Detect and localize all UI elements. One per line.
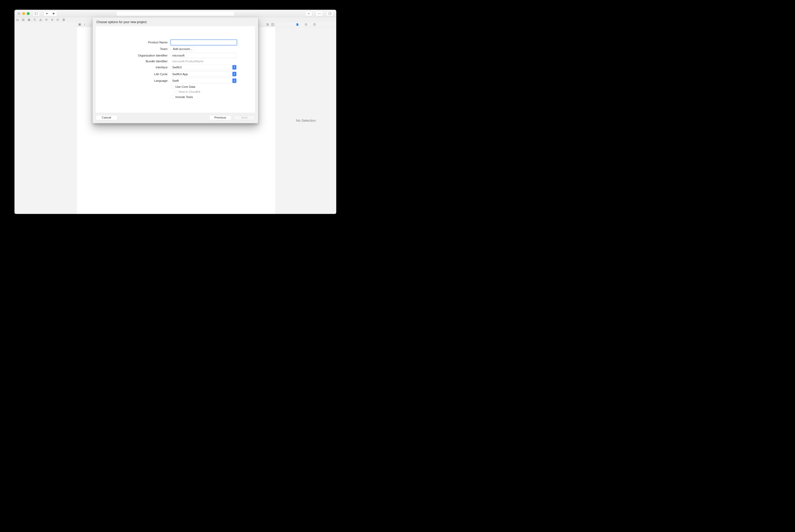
svg-rect-27 xyxy=(80,25,81,25)
sheet-title: Choose options for your new project: xyxy=(93,17,258,26)
org-id-input[interactable] xyxy=(171,53,236,58)
traffic-close[interactable] xyxy=(18,12,20,15)
cancel-button[interactable]: Cancel xyxy=(95,115,117,120)
breakpoint-navigator-icon[interactable] xyxy=(57,18,59,21)
product-name-label: Product Name: xyxy=(148,41,168,44)
left-pane xyxy=(15,22,77,214)
language-label: Language: xyxy=(154,79,168,82)
code-review-button-group xyxy=(316,11,323,16)
form: Product Name: Team: Add account... Organ… xyxy=(114,40,236,99)
bundle-id-label: Bundle Identifier: xyxy=(146,60,168,63)
team-label: Team: xyxy=(160,47,168,51)
file-doc-icon[interactable] xyxy=(296,23,299,26)
svg-line-16 xyxy=(35,20,36,21)
toggle-right-sidebar-button[interactable] xyxy=(326,11,333,16)
right-sidebar-toggle-group xyxy=(326,11,333,16)
bundle-id-value: microsoft.ProductName xyxy=(171,60,204,63)
svg-rect-26 xyxy=(79,25,80,25)
svg-rect-0 xyxy=(35,12,38,15)
life-cycle-select[interactable]: SwiftUI App xyxy=(171,72,236,76)
svg-rect-25 xyxy=(80,24,81,24)
org-id-label: Organization Identifier: xyxy=(138,54,168,57)
life-cycle-select-value: SwiftUI App xyxy=(172,72,188,76)
project-navigator-icon[interactable] xyxy=(16,18,19,21)
adjust-editor-options-icon[interactable] xyxy=(266,23,269,26)
library-button[interactable] xyxy=(305,11,312,16)
code-review-button[interactable] xyxy=(316,11,323,16)
sheet-body: Product Name: Team: Add account... Organ… xyxy=(95,26,255,113)
use-core-data-row[interactable]: Use Core Data xyxy=(171,85,236,89)
toggle-left-sidebar-button[interactable] xyxy=(33,11,39,16)
select-stepper-icon xyxy=(232,72,236,76)
forward-icon[interactable] xyxy=(88,23,91,26)
svg-rect-11 xyxy=(28,19,30,20)
traffic-lights xyxy=(18,12,30,15)
traffic-zoom[interactable] xyxy=(27,12,30,15)
history-icon[interactable] xyxy=(304,23,307,26)
report-navigator-icon[interactable] xyxy=(62,18,65,21)
host-cloudkit-row: Host in CloudKit xyxy=(174,90,236,94)
svg-rect-3 xyxy=(53,13,54,14)
product-name-input[interactable] xyxy=(171,40,236,45)
svg-rect-13 xyxy=(29,20,30,21)
sheet-footer: Cancel Previous Next xyxy=(93,113,258,120)
jump-bar-right xyxy=(266,23,274,26)
previous-button[interactable]: Previous xyxy=(209,115,231,120)
add-editor-icon[interactable] xyxy=(271,23,274,26)
use-core-data-checkbox[interactable] xyxy=(171,85,174,88)
debug-navigator-icon[interactable] xyxy=(51,18,54,21)
sidebar-toggle-group xyxy=(33,11,40,16)
library-button-group xyxy=(305,11,312,16)
next-button: Next xyxy=(233,115,255,120)
run-stop-group xyxy=(44,11,57,16)
life-cycle-label: Life Cycle: xyxy=(154,72,168,76)
titlebar xyxy=(15,10,336,17)
svg-rect-12 xyxy=(28,20,29,21)
source-control-navigator-icon[interactable] xyxy=(22,18,25,21)
run-button[interactable] xyxy=(44,11,51,16)
include-tests-checkbox[interactable] xyxy=(171,95,174,99)
new-project-sheet: Choose options for your new project: Pro… xyxy=(93,17,258,123)
host-cloudkit-checkbox xyxy=(174,90,177,93)
use-core-data-label: Use Core Data xyxy=(175,85,195,89)
xcode-window: No Selection xyxy=(15,10,336,214)
host-cloudkit-label: Host in CloudKit xyxy=(178,90,200,94)
traffic-minimize[interactable] xyxy=(22,12,25,15)
symbol-navigator-icon[interactable] xyxy=(27,18,31,21)
include-tests-label: Include Tests xyxy=(175,95,193,99)
language-select-value: Swift xyxy=(172,79,179,82)
issue-navigator-icon[interactable] xyxy=(39,18,42,21)
svg-rect-6 xyxy=(328,12,331,15)
test-navigator-icon[interactable] xyxy=(45,18,48,21)
activity-viewer[interactable] xyxy=(116,11,234,16)
select-stepper-icon xyxy=(232,65,236,70)
screenshot-stage: No Selection xyxy=(0,0,350,234)
interface-select-value: SwiftUI xyxy=(172,65,182,69)
right-pane: No Selection xyxy=(276,22,336,214)
language-select[interactable]: Swift xyxy=(171,78,236,83)
svg-point-19 xyxy=(52,19,53,20)
back-icon[interactable] xyxy=(83,23,86,26)
svg-marker-2 xyxy=(46,13,48,15)
svg-rect-24 xyxy=(79,24,80,24)
inspector-empty-text: No Selection xyxy=(296,118,316,122)
navigator-tabs xyxy=(16,18,65,21)
interface-select[interactable]: SwiftUI xyxy=(171,65,236,70)
include-tests-row[interactable]: Include Tests xyxy=(171,95,236,99)
help-icon[interactable] xyxy=(313,23,316,26)
stop-button[interactable] xyxy=(50,11,57,16)
inspector-tabs xyxy=(276,22,336,27)
interface-label: Interface: xyxy=(156,65,168,69)
related-items-icon[interactable] xyxy=(78,23,81,26)
inspector-body: No Selection xyxy=(276,27,336,214)
select-stepper-icon xyxy=(232,79,236,83)
svg-point-15 xyxy=(34,19,35,20)
find-navigator-icon[interactable] xyxy=(33,18,36,21)
add-account-button[interactable]: Add account... xyxy=(171,46,194,51)
